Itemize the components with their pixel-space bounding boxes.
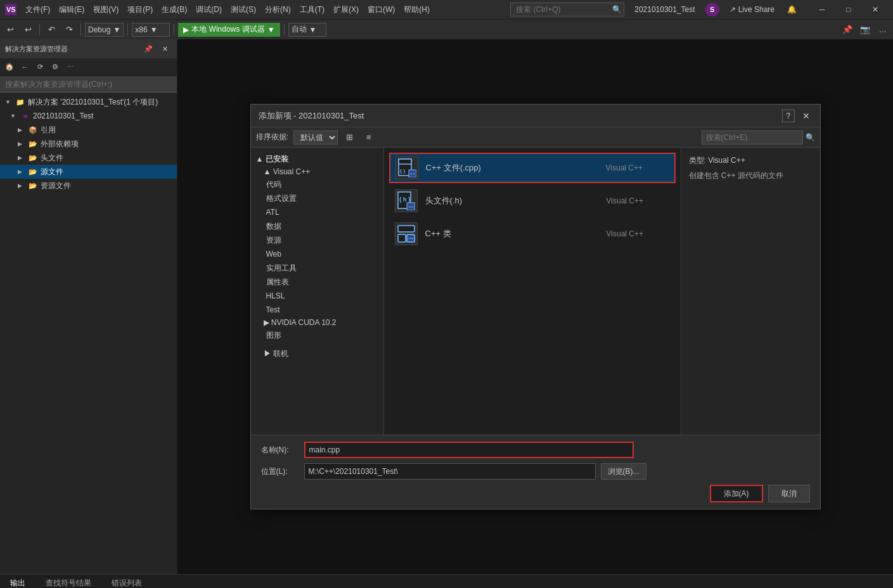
template-cpp-file[interactable]: { } ++ C++ 文件(.cpp) Visual C++ <box>389 153 676 183</box>
tree-project[interactable]: ▼ ■ 2021010301_Test <box>0 109 177 123</box>
global-search-input[interactable] <box>510 3 624 16</box>
toolbar-right-section: 📌 📷 … <box>840 22 890 37</box>
view-grid-button[interactable]: ⊞ <box>343 131 357 144</box>
minimize-button[interactable]: ─ <box>809 0 835 19</box>
browse-button[interactable]: 浏览(B)... <box>601 463 646 480</box>
header-file-name: 头文件(.h) <box>425 195 599 207</box>
close-button[interactable]: ✕ <box>863 0 888 19</box>
debug-config-dropdown[interactable]: Debug ▼ <box>85 23 124 37</box>
more-button[interactable]: … <box>875 22 890 37</box>
cpp-file-name: C++ 文件(.cpp) <box>426 162 598 174</box>
arch-dropdown[interactable]: x86 ▼ <box>132 23 170 37</box>
toolbar-undo[interactable]: ↶ <box>44 22 59 37</box>
tab-output[interactable]: 输出 <box>5 575 30 588</box>
arrow-external-deps: ▶ <box>18 141 25 147</box>
sidebar-search-input[interactable] <box>0 76 177 93</box>
location-label: 位置(L): <box>261 466 299 477</box>
tree-header-files[interactable]: ▶ 📂 头文件 <box>0 151 177 165</box>
menu-file[interactable]: 文件(F) <box>22 3 54 16</box>
menu-build[interactable]: 生成(B) <box>158 3 191 16</box>
run-button[interactable]: ▶ 本地 Windows 调试器 ▼ <box>178 23 279 37</box>
sidebar-tb-home[interactable]: 🏠 <box>3 60 16 74</box>
live-share-button[interactable]: ↗ Live Share <box>724 4 780 15</box>
cpp-file-tag: Visual C++ <box>606 163 669 172</box>
template-header-file[interactable]: { h } ++ 头文件(.h) Visual C++ <box>389 186 676 216</box>
menu-extensions[interactable]: 扩展(X) <box>330 3 363 16</box>
add-button[interactable]: 添加(A) <box>710 485 763 502</box>
play-icon: ▶ <box>183 25 189 34</box>
maximize-button[interactable]: □ <box>836 0 861 19</box>
menu-edit[interactable]: 编辑(E) <box>55 3 88 16</box>
toolbar-sep-5 <box>284 24 285 35</box>
tab-error-list[interactable]: 错误列表 <box>106 575 147 588</box>
tree-references[interactable]: ▶ 📦 引用 <box>0 123 177 137</box>
left-item-data[interactable]: 数据 <box>251 219 383 233</box>
notification-icon[interactable]: 🔔 <box>787 5 797 14</box>
cancel-button[interactable]: 取消 <box>768 485 810 502</box>
left-item-test[interactable]: Test <box>251 303 383 317</box>
filename-input[interactable] <box>304 442 634 458</box>
menu-debug[interactable]: 调试(D) <box>192 3 226 16</box>
template-list: { } ++ C++ 文件(.cpp) Visual C++ <box>389 153 676 249</box>
tab-find-results[interactable]: 查找符号结果 <box>41 575 96 588</box>
project-title: 2021010301_Test <box>634 5 695 14</box>
template-cpp-class[interactable]: ++ C++ 类 Visual C++ <box>389 219 676 249</box>
sidebar-pin-btn[interactable]: 📌 <box>141 42 155 56</box>
nvidia-section[interactable]: ▶ NVIDIA CUDA 10.2 <box>251 317 383 328</box>
toolbar-sep-2 <box>80 24 81 35</box>
online-section[interactable]: ▶ 联机 <box>251 347 383 361</box>
left-item-format[interactable]: 格式设置 <box>251 191 383 205</box>
left-item-hlsl[interactable]: HLSL <box>251 289 383 303</box>
sidebar-tb-settings[interactable]: ⚙ <box>48 60 62 74</box>
resource-files-label: 资源文件 <box>41 181 71 191</box>
sidebar-tb-filter[interactable]: ⋯ <box>63 60 77 74</box>
dialog-help-button[interactable]: ? <box>782 110 795 122</box>
left-item-atl[interactable]: ATL <box>251 205 383 219</box>
sidebar-tb-back[interactable]: ← <box>18 60 32 74</box>
sidebar-close-btn[interactable]: ✕ <box>158 42 172 56</box>
pin-button[interactable]: 📌 <box>840 22 855 37</box>
menu-analyze[interactable]: 分析(N) <box>261 3 295 16</box>
tree-external-deps[interactable]: ▶ 📂 外部依赖项 <box>0 137 177 151</box>
menu-tools[interactable]: 工具(T) <box>296 3 328 16</box>
svg-text:VS: VS <box>6 6 16 13</box>
menu-test[interactable]: 测试(S) <box>227 3 260 16</box>
external-deps-label: 外部依赖项 <box>41 139 79 150</box>
visual-cpp-section[interactable]: ▲ Visual C++ <box>251 166 383 177</box>
arrow-project: ▼ <box>10 113 18 119</box>
menu-window[interactable]: 窗口(W) <box>364 3 399 16</box>
camera-button[interactable]: 📷 <box>858 22 873 37</box>
left-item-graphics[interactable]: 图形 <box>251 328 383 342</box>
dialog-title-controls: ? ✕ <box>782 110 813 122</box>
toolbar-redo[interactable]: ↷ <box>61 22 77 37</box>
left-item-resource[interactable]: 资源 <box>251 233 383 247</box>
left-item-utility[interactable]: 实用工具 <box>251 261 383 275</box>
left-item-property[interactable]: 属性表 <box>251 275 383 289</box>
main-content-area: 添加新项 - 2021010301_Test ? ✕ 排序依据: 默认值 ⊞ ≡ <box>177 39 893 574</box>
toolbar-btn-1[interactable]: ↩ <box>3 22 18 37</box>
source-files-label: 源文件 <box>41 167 63 177</box>
sort-dropdown[interactable]: 默认值 <box>293 131 338 144</box>
dialog-form-area: 名称(N): 位置(L): 浏览(B)... 添加(A) 取消 <box>251 435 820 509</box>
arch-arrow: ▼ <box>150 25 158 34</box>
view-list-button[interactable]: ≡ <box>362 131 376 144</box>
menu-project[interactable]: 项目(P) <box>124 3 157 16</box>
arrow-header-files: ▶ <box>18 155 25 161</box>
auto-dropdown[interactable]: 自动 ▼ <box>288 23 326 37</box>
left-item-web[interactable]: Web <box>251 247 383 261</box>
location-input[interactable] <box>304 463 596 480</box>
template-list-area: { } ++ C++ 文件(.cpp) Visual C++ <box>384 148 681 435</box>
dialog-overlay: 添加新项 - 2021010301_Test ? ✕ 排序依据: 默认值 ⊞ ≡ <box>177 39 893 574</box>
tree-resource-files[interactable]: ▶ 📂 资源文件 <box>0 179 177 193</box>
sidebar-tb-refresh[interactable]: ⟳ <box>33 60 47 74</box>
dialog-search-input[interactable] <box>702 131 803 144</box>
add-new-item-dialog: 添加新项 - 2021010301_Test ? ✕ 排序依据: 默认值 ⊞ ≡ <box>250 104 821 509</box>
tree-source-files[interactable]: ▶ 📂 源文件 <box>0 165 177 179</box>
menu-view[interactable]: 视图(V) <box>89 3 122 16</box>
left-item-code[interactable]: 代码 <box>251 177 383 191</box>
dialog-close-button[interactable]: ✕ <box>800 110 813 122</box>
tree-solution[interactable]: ▼ 📁 解决方案 '2021010301_Test'(1 个项目) <box>0 95 177 109</box>
toolbar-btn-2[interactable]: ↩ <box>20 22 35 37</box>
dialog-action-buttons: 添加(A) 取消 <box>261 485 810 502</box>
menu-help[interactable]: 帮助(H) <box>400 3 434 16</box>
